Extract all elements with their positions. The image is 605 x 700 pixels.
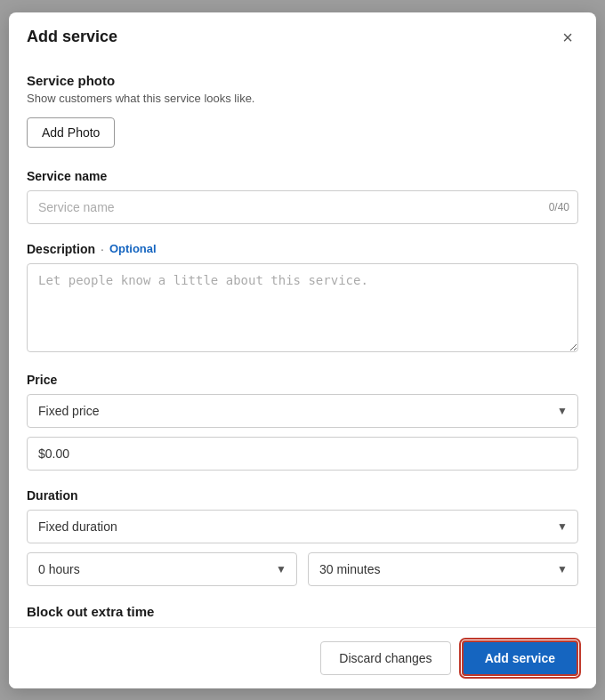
block-out-title: Block out extra time [27, 604, 578, 619]
price-label: Price [27, 373, 578, 387]
add-service-dialog: Add service × Service photo Show custome… [9, 12, 596, 688]
price-amount-wrapper [27, 437, 578, 471]
duration-type-select[interactable]: Fixed duration Variable duration [27, 510, 578, 543]
hours-select[interactable]: 0 hours 1 hour 2 hours 3 hours [27, 552, 297, 586]
discard-button[interactable]: Discard changes [320, 641, 450, 675]
service-photo-title: Service photo [27, 73, 578, 88]
dialog-header: Add service × [9, 12, 596, 59]
duration-label: Duration [27, 488, 578, 503]
dialog-overlay: Add service × Service photo Show custome… [0, 0, 605, 700]
minutes-wrapper: 0 minutes 15 minutes 30 minutes 45 minut… [308, 552, 578, 586]
description-wrapper [27, 263, 578, 355]
minutes-select[interactable]: 0 minutes 15 minutes 30 minutes 45 minut… [308, 552, 578, 586]
dialog-body: Service photo Show customers what this s… [9, 59, 596, 627]
duration-type-wrapper: Fixed duration Variable duration ▼ [27, 510, 578, 543]
add-service-button[interactable]: Add service [462, 640, 578, 676]
service-name-wrapper: 0/40 [27, 190, 578, 224]
close-button[interactable]: × [557, 27, 578, 48]
price-type-select[interactable]: Fixed price Variable price [27, 394, 578, 428]
description-input[interactable] [27, 263, 578, 352]
hours-wrapper: 0 hours 1 hour 2 hours 3 hours ▼ [27, 552, 297, 586]
description-label: Description · Optional [27, 242, 578, 256]
service-name-input[interactable] [27, 190, 578, 224]
price-type-wrapper: Fixed price Variable price ▼ [27, 394, 578, 428]
dialog-footer: Discard changes Add service [9, 627, 596, 688]
add-photo-button[interactable]: Add Photo [27, 117, 115, 148]
service-name-label: Service name [27, 169, 578, 183]
dialog-title: Add service [27, 28, 117, 46]
price-amount-input[interactable] [27, 437, 578, 471]
char-count: 0/40 [549, 201, 569, 213]
duration-row: 0 hours 1 hour 2 hours 3 hours ▼ 0 minut… [27, 552, 578, 595]
service-photo-subtitle: Show customers what this service looks l… [27, 92, 578, 105]
